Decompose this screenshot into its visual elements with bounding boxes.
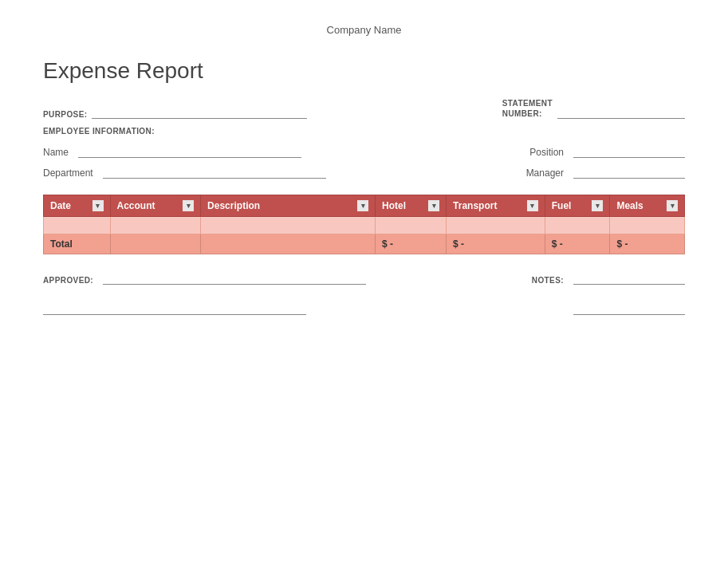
- expense-table: Date ▾ Account ▾ Description ▾: [43, 195, 685, 254]
- data-hotel: [376, 217, 447, 234]
- name-left: Name: [43, 144, 529, 158]
- date-dropdown-icon[interactable]: ▾: [92, 200, 104, 211]
- data-account: [110, 217, 201, 234]
- purpose-row: PURPOSE: STATEMENT NUMBER:: [43, 98, 685, 119]
- description-dropdown-icon[interactable]: ▾: [357, 200, 368, 211]
- position-input[interactable]: [573, 144, 685, 158]
- name-row: Name Position: [43, 144, 685, 158]
- signature-left-input[interactable]: [43, 301, 306, 315]
- col-account: Account ▾: [110, 195, 201, 217]
- company-name: Company Name: [0, 0, 728, 44]
- department-input[interactable]: [103, 164, 326, 179]
- report-title: Expense Report: [43, 58, 728, 84]
- total-label: Total: [44, 234, 111, 254]
- signature-left: [43, 301, 573, 315]
- purpose-input[interactable]: [92, 104, 307, 119]
- signature-right: [573, 301, 685, 315]
- statement-label: STATEMENT NUMBER:: [502, 98, 553, 119]
- data-fuel: [545, 217, 610, 234]
- notes-input[interactable]: [573, 270, 685, 285]
- employee-info-label: EMPLOYEE INFORMATION:: [43, 127, 685, 136]
- manager-label: Manager: [526, 167, 564, 179]
- name-label: Name: [43, 147, 69, 158]
- total-row: Total $ - $ - $ - $ -: [44, 234, 685, 254]
- department-label: Department: [43, 167, 93, 179]
- page: Company Name Expense Report PURPOSE: STA…: [0, 0, 728, 567]
- manager-right: Manager: [526, 164, 685, 179]
- col-fuel: Fuel ▾: [545, 195, 610, 217]
- data-transport: [447, 217, 545, 234]
- table-row: [44, 217, 685, 234]
- expense-table-section: Date ▾ Account ▾ Description ▾: [43, 195, 685, 254]
- account-dropdown-icon[interactable]: ▾: [183, 200, 194, 211]
- data-description: [201, 217, 376, 234]
- total-description: [201, 234, 376, 254]
- transport-dropdown-icon[interactable]: ▾: [527, 200, 538, 211]
- data-date: [44, 217, 111, 234]
- approved-row: APPROVED: NOTES:: [43, 270, 685, 285]
- approved-section: APPROVED: NOTES:: [0, 270, 728, 315]
- name-input[interactable]: [78, 144, 301, 158]
- col-date: Date ▾: [44, 195, 111, 217]
- purpose-label: PURPOSE:: [43, 110, 87, 119]
- table-header-row: Date ▾ Account ▾ Description ▾: [44, 195, 685, 217]
- signature-right-input[interactable]: [573, 301, 685, 315]
- col-transport: Transport ▾: [447, 195, 545, 217]
- purpose-left: PURPOSE:: [43, 104, 502, 119]
- total-transport: $ -: [447, 234, 545, 254]
- data-meals: [610, 217, 685, 234]
- approved-left: APPROVED:: [43, 270, 532, 285]
- statement-right: STATEMENT NUMBER:: [502, 98, 685, 119]
- meals-dropdown-icon[interactable]: ▾: [667, 200, 678, 211]
- department-left: Department: [43, 164, 526, 179]
- statement-number-input[interactable]: [557, 104, 685, 119]
- employee-section: EMPLOYEE INFORMATION: Name Position Depa…: [0, 127, 728, 179]
- col-meals: Meals ▾: [610, 195, 685, 217]
- department-row: Department Manager: [43, 164, 685, 179]
- total-hotel: $ -: [376, 234, 447, 254]
- col-description: Description ▾: [201, 195, 376, 217]
- manager-input[interactable]: [573, 164, 685, 179]
- hotel-dropdown-icon[interactable]: ▾: [428, 200, 439, 211]
- col-hotel: Hotel ▾: [376, 195, 447, 217]
- position-right: Position: [529, 144, 685, 158]
- approved-input[interactable]: [103, 270, 366, 285]
- purpose-section: PURPOSE: STATEMENT NUMBER:: [0, 98, 728, 119]
- total-fuel: $ -: [545, 234, 610, 254]
- signature-row: [43, 301, 685, 315]
- total-account: [110, 234, 201, 254]
- fuel-dropdown-icon[interactable]: ▾: [592, 200, 603, 211]
- employee-rows: Name Position Department Manager: [43, 144, 685, 179]
- approved-label: APPROVED:: [43, 276, 93, 285]
- notes-right: NOTES:: [532, 270, 685, 285]
- notes-label: NOTES:: [532, 276, 564, 285]
- total-meals: $ -: [610, 234, 685, 254]
- position-label: Position: [529, 147, 564, 158]
